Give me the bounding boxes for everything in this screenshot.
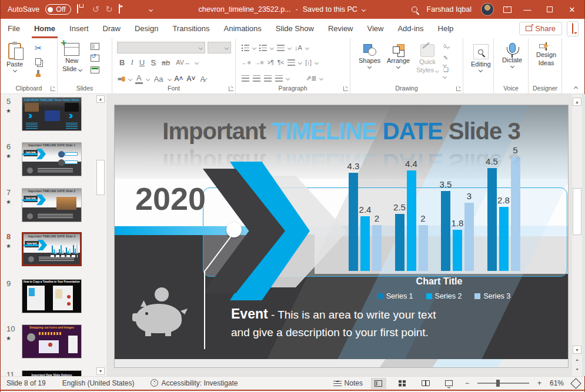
thumbnail-slide-5[interactable]: 5★ CHEVRON TIMELINE Three Dates Dates xyxy=(1,97,106,133)
design-ideas-button[interactable]: Design Ideas xyxy=(536,43,556,66)
bar-series-3-g2[interactable] xyxy=(419,225,428,271)
save-icon[interactable] xyxy=(77,5,86,14)
thumbnail-scrollbar[interactable]: ▲ ▼ xyxy=(96,94,105,376)
tab-design[interactable]: Design xyxy=(128,19,165,38)
justify-icon[interactable] xyxy=(275,75,283,82)
highlight-color-icon[interactable] xyxy=(118,75,126,82)
italic-button[interactable]: I xyxy=(129,58,134,67)
sort-icon[interactable]: ↓A xyxy=(295,44,302,51)
thumbnail-slide-7[interactable]: 7★ Important TIMELINE DATE Slide 2 2025 xyxy=(1,188,106,225)
event-text[interactable]: Event - This is an area to write your te… xyxy=(231,305,484,341)
thumbnail-slide-11[interactable]: 11 Important Date Slide Options xyxy=(1,370,106,376)
tab-help[interactable]: Help xyxy=(431,19,461,38)
thumbnail-preview[interactable]: CHEVRON TIMELINE Three Dates Dates xyxy=(22,97,82,131)
thumb-scroll-thumb[interactable] xyxy=(96,160,105,195)
section-icon[interactable] xyxy=(91,66,99,73)
chart-title[interactable]: Chart Title xyxy=(380,276,498,287)
format-painter-icon[interactable] xyxy=(35,70,42,78)
start-presentation-icon[interactable] xyxy=(119,5,128,14)
close-button[interactable]: ✕ xyxy=(566,5,579,14)
piggy-bank-icon[interactable] xyxy=(132,287,189,337)
clipboard-dialog-launcher-icon[interactable] xyxy=(51,86,55,91)
bar-series-1-g2[interactable] xyxy=(395,214,405,271)
slide-sorter-view-button[interactable] xyxy=(395,378,410,389)
font-color-button[interactable]: A xyxy=(135,73,143,84)
tab-home[interactable]: Home xyxy=(27,19,62,38)
shrink-font-button[interactable]: A˅ xyxy=(187,75,196,83)
touch-mouse-mode-icon[interactable] xyxy=(134,5,143,14)
drawing-dialog-launcher-icon[interactable] xyxy=(456,86,461,91)
bold-button[interactable]: B xyxy=(118,58,126,67)
notes-button[interactable]: Notes xyxy=(333,379,363,387)
tab-animations[interactable]: Animations xyxy=(217,19,269,38)
numbering-icon[interactable] xyxy=(259,45,267,51)
underline-button[interactable]: U xyxy=(138,58,146,67)
paste-button[interactable]: Paste xyxy=(6,43,23,72)
new-slide-button[interactable]: New Slide xyxy=(62,43,82,72)
bar-series-3-g3[interactable] xyxy=(464,203,474,271)
language-indicator[interactable]: English (United States) xyxy=(62,379,135,387)
slide-layout-icon[interactable] xyxy=(91,43,99,50)
shape-fill-icon[interactable]: ◊ xyxy=(443,43,451,49)
legend-item[interactable]: Series 1 xyxy=(377,292,413,300)
thumbnail-slide-10[interactable]: 10★ Swapping out Icons and Images xyxy=(1,324,106,361)
bar-series-1-g3[interactable] xyxy=(441,191,450,271)
grow-font-button[interactable]: A˄ xyxy=(175,75,183,83)
strikethrough-button[interactable]: ab xyxy=(161,58,171,67)
change-case-button[interactable]: Aa xyxy=(153,75,165,83)
character-spacing-button[interactable]: AV↔ xyxy=(175,59,192,66)
thumbnail-preview[interactable]: Important TIMELINE DATE Slide 2 2025 xyxy=(22,188,82,222)
reset-slide-icon[interactable] xyxy=(91,55,99,62)
scroll-down-icon[interactable]: ▼ xyxy=(573,346,581,354)
slide-number-indicator[interactable]: Slide 8 of 19 xyxy=(6,379,46,387)
thumbnail-preview[interactable]: Important TIMELINE DATE Slide 3 2020 xyxy=(22,232,82,266)
legend-item[interactable]: Series 2 xyxy=(426,292,462,300)
arrange-button[interactable]: Arrange xyxy=(387,44,410,68)
undo-icon[interactable]: ↺ xyxy=(92,5,100,14)
slide-title[interactable]: Important TIMELINE DATE Slide 3 xyxy=(115,118,568,145)
bar-series-3-g1[interactable] xyxy=(372,225,382,271)
user-name[interactable]: Farshad Iqbal xyxy=(427,5,472,14)
save-status[interactable]: Saved to this PC xyxy=(303,5,357,14)
tab-file[interactable]: File xyxy=(1,19,27,38)
normal-view-button[interactable] xyxy=(371,378,386,389)
text-direction-icon[interactable]: >¶ xyxy=(268,59,274,66)
text-shadow-button[interactable]: S xyxy=(149,58,157,67)
align-left-icon[interactable] xyxy=(242,75,249,82)
editing-button[interactable]: Editing xyxy=(471,44,491,72)
align-text-icon[interactable]: [↕] xyxy=(305,59,312,66)
year-text[interactable]: 2020 xyxy=(135,180,206,217)
tab-add-ins[interactable]: Add-ins xyxy=(390,19,430,38)
previous-slide-icon[interactable]: ⏶ xyxy=(573,356,581,364)
ltr-icon[interactable]: ¶< xyxy=(278,59,284,66)
font-dialog-launcher-icon[interactable] xyxy=(229,86,233,91)
bar-series-1-g1[interactable] xyxy=(349,173,358,271)
bar-series-2-g1[interactable] xyxy=(360,216,370,271)
cut-icon[interactable]: ✂ xyxy=(35,43,42,53)
font-size-select[interactable] xyxy=(208,42,231,53)
thumbnail-preview[interactable]: Swapping out Icons and Images xyxy=(22,324,82,359)
tab-slide-show[interactable]: Slide Show xyxy=(269,19,321,38)
shape-outline-icon[interactable]: ✎ xyxy=(443,55,451,61)
thumbnail-slide-9[interactable]: 9 How to Copy a Timeline to Your Present… xyxy=(1,279,106,316)
quick-styles-button[interactable]: Quick Styles xyxy=(416,44,439,73)
thumb-scroll-up-icon[interactable]: ▲ xyxy=(96,95,105,103)
shapes-button[interactable]: Shapes xyxy=(359,44,380,68)
reading-view-button[interactable] xyxy=(418,378,433,389)
search-icon[interactable] xyxy=(412,6,417,12)
zoom-in-button[interactable]: + xyxy=(537,379,541,387)
slide-canvas[interactable]: Important TIMELINE DATE Slide 3 Importan… xyxy=(114,105,569,368)
convert-smartart-icon[interactable]: ⇗≣ xyxy=(306,75,316,82)
editor-scrollbar[interactable]: ▲ ▼ ⏶ ⏷ xyxy=(572,94,582,376)
avatar[interactable] xyxy=(481,3,494,16)
columns-icon[interactable] xyxy=(288,59,295,66)
thumbnail-preview[interactable]: Important TIMELINE DATE Slide 1 2035 xyxy=(22,142,82,176)
bar-series-1-g4[interactable] xyxy=(487,168,497,271)
clear-formatting-button[interactable]: A̷ xyxy=(199,75,207,83)
bar-series-2-g3[interactable] xyxy=(453,230,462,271)
scroll-up-icon[interactable]: ▲ xyxy=(573,98,581,106)
paragraph-dialog-launcher-icon[interactable] xyxy=(343,86,348,91)
thumbnail-slide-6[interactable]: 6★ Important TIMELINE DATE Slide 1 2035 xyxy=(1,142,106,179)
bar-series-2-g4[interactable] xyxy=(499,207,509,271)
zoom-slider[interactable] xyxy=(477,383,529,384)
